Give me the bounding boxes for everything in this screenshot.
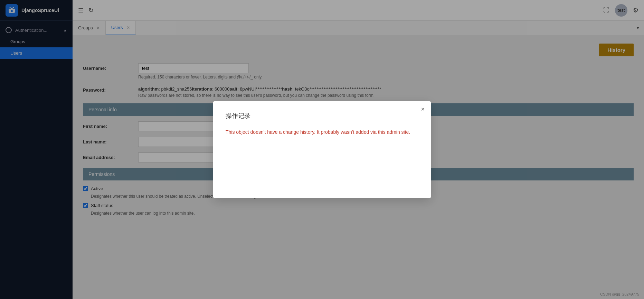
- modal-message: This object doesn't have a change histor…: [226, 128, 418, 136]
- modal-close-button[interactable]: ×: [421, 106, 425, 112]
- modal: 操作记录 × This object doesn't have a change…: [213, 101, 431, 198]
- modal-title: 操作记录: [226, 112, 418, 120]
- modal-overlay[interactable]: 操作记录 × This object doesn't have a change…: [0, 0, 644, 299]
